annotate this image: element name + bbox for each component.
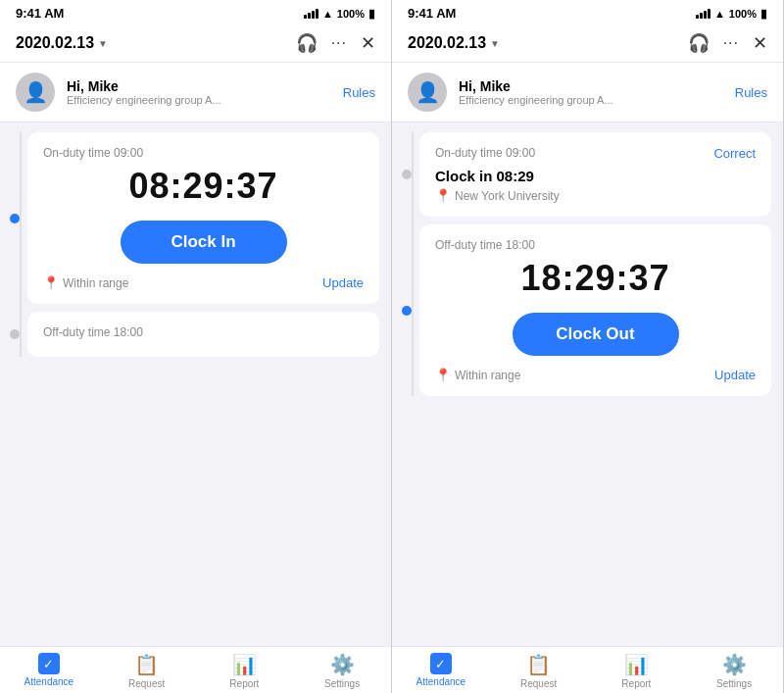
duty-label-right-top: On-duty time 09:00 xyxy=(435,146,535,160)
nav-report-right[interactable]: 📊 Report xyxy=(588,653,686,689)
clock-out-button[interactable]: Clock Out xyxy=(513,313,679,356)
battery-text: 100% xyxy=(337,8,365,20)
wifi-icon: ▲ xyxy=(322,8,333,20)
correct-link[interactable]: Correct xyxy=(713,146,756,161)
more-icon-right[interactable]: ··· xyxy=(723,34,739,52)
chevron-down-icon-right: ▼ xyxy=(490,38,500,49)
clocked-in-header: On-duty time 09:00 Correct xyxy=(435,146,756,164)
clock-out-card: Off-duty time 18:00 18:29:37 Clock Out 📍… xyxy=(419,224,771,396)
clock-out-time: 18:29:37 xyxy=(435,258,756,299)
nav-attendance-left[interactable]: ✓ Attendance xyxy=(0,653,98,689)
location-text-left: Within range xyxy=(63,276,128,290)
bottom-nav-left: ✓ Attendance 📋 Request 📊 Report ⚙️ Setti… xyxy=(0,646,391,693)
wifi-icon-right: ▲ xyxy=(714,8,725,20)
signal-icon xyxy=(304,9,318,19)
nav-settings-label-right: Settings xyxy=(716,678,752,689)
clocked-in-location-text: New York University xyxy=(455,189,560,203)
profile-info-right: Hi, Mike Efficiency engineering group A.… xyxy=(459,78,723,106)
nav-report-label-left: Report xyxy=(229,678,259,689)
avatar-left: 👤 xyxy=(16,73,55,112)
update-link-right[interactable]: Update xyxy=(714,368,756,382)
clocked-in-location: 📍 New York University xyxy=(435,188,756,203)
more-icon-left[interactable]: ··· xyxy=(331,34,347,52)
nav-request-label-right: Request xyxy=(520,678,557,689)
user-group-left: Efficiency engineering group A... xyxy=(67,94,331,106)
profile-bar-right: 👤 Hi, Mike Efficiency engineering group … xyxy=(392,63,783,123)
nav-attendance-label-right: Attendance xyxy=(416,676,466,687)
user-name-right: Hi, Mike xyxy=(459,78,723,94)
nav-settings-right[interactable]: ⚙️ Settings xyxy=(685,653,783,689)
nav-attendance-right[interactable]: ✓ Attendance xyxy=(392,653,490,689)
date-button-left[interactable]: 2020.02.13 ▼ xyxy=(16,34,108,52)
clocked-in-time: Clock in 08:29 xyxy=(435,168,756,184)
avatar-right: 👤 xyxy=(408,73,447,112)
nav-settings-left[interactable]: ⚙️ Settings xyxy=(293,653,391,689)
date-text-right: 2020.02.13 xyxy=(408,34,486,52)
status-time-right: 9:41 AM xyxy=(408,6,456,21)
phone-left: 9:41 AM ▲ 100% ▮ 2020.02.13 ▼ 🎧 ··· ✕ 👤 … xyxy=(0,0,392,693)
location-right: 📍 Within range xyxy=(435,368,520,382)
nav-request-left[interactable]: 📋 Request xyxy=(98,653,196,689)
battery-icon-right: ▮ xyxy=(760,7,767,21)
top-icons-left: 🎧 ··· ✕ xyxy=(296,32,375,54)
top-bar-right: 2020.02.13 ▼ 🎧 ··· ✕ xyxy=(392,25,783,63)
content-left: On-duty time 09:00 08:29:37 Clock In 📍 W… xyxy=(0,123,391,646)
nav-report-left[interactable]: 📊 Report xyxy=(196,653,294,689)
date-text-left: 2020.02.13 xyxy=(16,34,94,52)
nav-request-label-left: Request xyxy=(128,678,165,689)
nav-request-right[interactable]: 📋 Request xyxy=(490,653,588,689)
clock-in-button[interactable]: Clock In xyxy=(121,221,287,264)
duty-label-left: On-duty time 09:00 xyxy=(43,146,364,160)
rules-link-right[interactable]: Rules xyxy=(735,85,767,100)
profile-info-left: Hi, Mike Efficiency engineering group A.… xyxy=(67,78,331,106)
phone-right: 9:41 AM ▲ 100% ▮ 2020.02.13 ▼ 🎧 ··· ✕ 👤 … xyxy=(392,0,784,693)
status-right-right: ▲ 100% ▮ xyxy=(696,7,767,21)
rules-link-left[interactable]: Rules xyxy=(343,85,375,100)
date-button-right[interactable]: 2020.02.13 ▼ xyxy=(408,34,500,52)
report-icon-left: 📊 xyxy=(232,653,257,676)
status-time-left: 9:41 AM xyxy=(16,6,64,21)
headset-icon-right[interactable]: 🎧 xyxy=(688,32,710,54)
request-icon-right: 📋 xyxy=(526,653,551,676)
location-left: 📍 Within range xyxy=(43,275,128,290)
signal-icon-right xyxy=(696,9,710,19)
location-icon-left: 📍 xyxy=(43,275,59,290)
card-footer-right: 📍 Within range Update xyxy=(435,368,756,382)
nav-settings-label-left: Settings xyxy=(324,678,360,689)
profile-bar-left: 👤 Hi, Mike Efficiency engineering group … xyxy=(0,63,391,123)
location-icon-clocked: 📍 xyxy=(435,188,451,203)
headset-icon-left[interactable]: 🎧 xyxy=(296,32,318,54)
duty-label-right-bottom: Off-duty time 18:00 xyxy=(435,238,756,252)
settings-icon-right: ⚙️ xyxy=(722,653,747,676)
battery-icon: ▮ xyxy=(368,7,375,21)
card-footer-left: 📍 Within range Update xyxy=(43,275,364,290)
status-bar-right: 9:41 AM ▲ 100% ▮ xyxy=(392,0,783,25)
status-right-left: ▲ 100% ▮ xyxy=(304,7,375,21)
location-icon-right: 📍 xyxy=(435,368,451,382)
location-text-right: Within range xyxy=(455,369,520,382)
content-right: On-duty time 09:00 Correct Clock in 08:2… xyxy=(392,123,783,646)
close-icon-left[interactable]: ✕ xyxy=(361,32,375,54)
check-icon-left: ✓ xyxy=(38,653,60,674)
user-name-left: Hi, Mike xyxy=(67,78,331,94)
close-icon-right[interactable]: ✕ xyxy=(753,32,767,54)
chevron-down-icon-left: ▼ xyxy=(98,38,108,49)
clock-in-card: On-duty time 09:00 08:29:37 Clock In 📍 W… xyxy=(27,132,379,304)
report-icon-right: 📊 xyxy=(624,653,649,676)
off-duty-card-left: Off-duty time 18:00 xyxy=(27,312,379,357)
top-bar-left: 2020.02.13 ▼ 🎧 ··· ✕ xyxy=(0,25,391,63)
settings-icon-left: ⚙️ xyxy=(330,653,355,676)
nav-attendance-label-left: Attendance xyxy=(24,676,74,687)
top-icons-right: 🎧 ··· ✕ xyxy=(688,32,767,54)
clocked-in-card: On-duty time 09:00 Correct Clock in 08:2… xyxy=(419,132,771,217)
off-duty-label-left: Off-duty time 18:00 xyxy=(43,325,364,339)
status-bar-left: 9:41 AM ▲ 100% ▮ xyxy=(0,0,391,25)
bottom-nav-right: ✓ Attendance 📋 Request 📊 Report ⚙️ Setti… xyxy=(392,646,783,693)
clock-in-time: 08:29:37 xyxy=(43,166,364,207)
user-group-right: Efficiency engineering group A... xyxy=(459,94,723,106)
battery-text-right: 100% xyxy=(729,8,757,20)
check-icon-right: ✓ xyxy=(430,653,452,674)
nav-report-label-right: Report xyxy=(621,678,651,689)
request-icon-left: 📋 xyxy=(134,653,159,676)
update-link-left[interactable]: Update xyxy=(322,275,364,290)
